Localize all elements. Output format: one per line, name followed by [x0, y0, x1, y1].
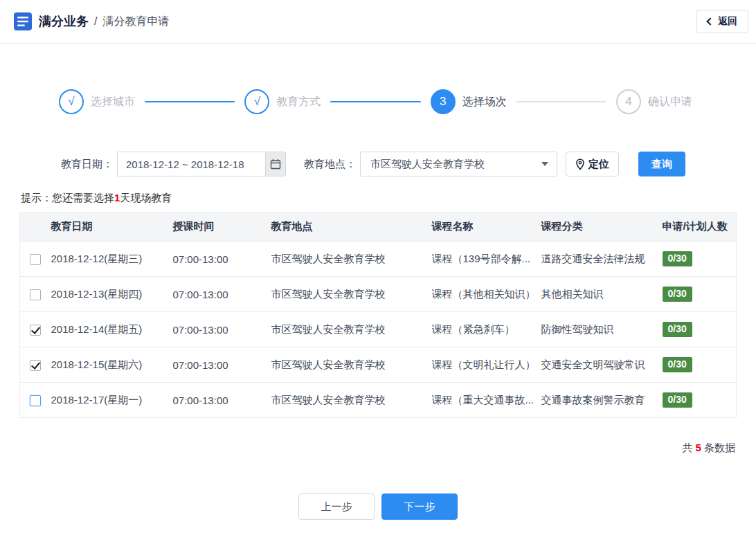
table-header-row: 教育日期 授课时间 教育地点 课程名称 课程分类 申请/计划人数 [20, 212, 737, 242]
cell-place: 市区驾驶人安全教育学校 [271, 242, 432, 277]
header-place: 教育地点 [271, 212, 432, 242]
cell-category: 防御性驾驶知识 [541, 312, 663, 347]
chevron-down-icon [541, 162, 548, 166]
location-select-value: 市区驾驶人安全教育学校 [370, 158, 485, 171]
total-count: 共 5 条数据 [0, 442, 735, 455]
total-number: 5 [695, 442, 701, 453]
step-2-marker: √ [244, 89, 269, 114]
cell-category: 交通事故案例警示教育 [541, 383, 663, 418]
row-checkbox[interactable] [30, 254, 41, 265]
cell-course: 课程（文明礼让行人） [432, 347, 541, 383]
cell-category: 交通安全文明驾驶常识 [541, 347, 663, 383]
cell-place: 市区驾驶人安全教育学校 [271, 277, 432, 312]
step-1-label: 选择城市 [91, 95, 135, 109]
step-confirm-application: 4 确认申请 [616, 89, 692, 114]
step-4-marker: 4 [616, 89, 641, 114]
step-1-marker: √ [59, 89, 84, 114]
locate-button-label: 定位 [588, 158, 609, 171]
date-range-input[interactable] [117, 152, 265, 176]
next-step-button[interactable]: 下一步 [381, 493, 458, 520]
step-connector-3 [516, 101, 606, 102]
cell-date: 2018-12-17(星期一) [51, 383, 173, 418]
cell-category: 道路交通安全法律法规 [541, 242, 663, 277]
filter-bar: 教育日期： 教育地点： 市区驾驶人安全教育学校 定位 查询 [61, 152, 756, 176]
cell-time: 07:00-13:00 [173, 242, 271, 277]
cell-place: 市区驾驶人安全教育学校 [271, 383, 432, 418]
back-button[interactable]: 返回 [696, 10, 748, 33]
breadcrumb: 满分业务 / 满分教育申请 [14, 12, 169, 30]
table-row: 2018-12-14(星期五) 07:00-13:00 市区驾驶人安全教育学校 … [20, 312, 737, 347]
header-course: 课程名称 [432, 212, 541, 242]
header-date: 教育日期 [51, 212, 173, 242]
cell-time: 07:00-13:00 [173, 347, 271, 383]
step-select-session: 3 选择场次 [431, 89, 507, 114]
cell-time: 07:00-13:00 [173, 277, 271, 312]
query-button[interactable]: 查询 [638, 152, 685, 176]
date-filter-label: 教育日期： [61, 158, 113, 171]
locate-button[interactable]: 定位 [566, 152, 619, 176]
step-2-label: 教育方式 [276, 95, 321, 109]
step-3-label: 选择场次 [462, 95, 507, 109]
app-title: 满分业务 [39, 13, 89, 30]
cell-date: 2018-12-15(星期六) [51, 347, 173, 383]
step-connector-2 [330, 101, 420, 102]
sessions-table: 教育日期 授课时间 教育地点 课程名称 课程分类 申请/计划人数 2018-12… [19, 212, 737, 418]
cell-date: 2018-12-14(星期五) [51, 312, 173, 347]
capacity-badge: 0/30 [663, 322, 692, 337]
header-checkbox-col [20, 212, 51, 242]
location-filter-label: 教育地点： [304, 158, 356, 171]
row-checkbox[interactable] [30, 360, 41, 371]
tip-prefix: 提示：您还需要选择 [21, 192, 114, 203]
cell-date: 2018-12-12(星期三) [51, 242, 173, 277]
tip-suffix: 天现场教育 [120, 192, 172, 203]
table-row: 2018-12-15(星期六) 07:00-13:00 市区驾驶人安全教育学校 … [20, 347, 737, 383]
capacity-badge: 0/30 [663, 357, 692, 372]
calendar-icon [270, 158, 281, 170]
capacity-badge: 0/30 [663, 287, 692, 302]
capacity-badge: 0/30 [663, 251, 692, 266]
cell-course: 课程（139号部令解... [432, 242, 541, 277]
table-row: 2018-12-12(星期三) 07:00-13:00 市区驾驶人安全教育学校 … [20, 242, 737, 277]
step-education-method: √ 教育方式 [244, 89, 321, 114]
table-row: 2018-12-13(星期四) 07:00-13:00 市区驾驶人安全教育学校 … [20, 277, 737, 312]
list-icon [14, 12, 32, 30]
step-connector-1 [145, 101, 235, 102]
cell-time: 07:00-13:00 [173, 383, 271, 418]
cell-place: 市区驾驶人安全教育学校 [271, 347, 432, 383]
wizard-actions: 上一步 下一步 [0, 493, 756, 520]
total-prefix: 共 [682, 442, 695, 453]
tip-text: 提示：您还需要选择1天现场教育 [21, 192, 756, 205]
page: 满分业务 / 满分教育申请 返回 √ 选择城市 √ 教育方式 3 选择场次 4 … [0, 0, 756, 535]
step-indicator: √ 选择城市 √ 教育方式 3 选择场次 4 确认申请 [59, 89, 692, 114]
cell-course: 课程（重大交通事故... [432, 383, 541, 418]
row-checkbox[interactable] [30, 289, 41, 300]
step-select-city: √ 选择城市 [59, 89, 135, 114]
page-title: 满分教育申请 [102, 15, 169, 29]
prev-step-button[interactable]: 上一步 [298, 493, 375, 520]
step-4-label: 确认申请 [648, 95, 692, 109]
breadcrumb-separator: / [94, 15, 97, 28]
cell-category: 其他相关知识 [541, 277, 663, 312]
row-checkbox[interactable] [30, 395, 41, 406]
header-capacity: 申请/计划人数 [663, 212, 737, 242]
capacity-badge: 0/30 [663, 392, 692, 408]
cell-course: 课程（紧急刹车） [432, 312, 541, 347]
table-row: 2018-12-17(星期一) 07:00-13:00 市区驾驶人安全教育学校 … [20, 383, 737, 418]
total-suffix: 条数据 [701, 442, 735, 453]
location-pin-icon [575, 158, 585, 170]
top-bar: 满分业务 / 满分教育申请 返回 [0, 0, 756, 44]
header-category: 课程分类 [541, 212, 663, 242]
date-range-field [117, 152, 286, 176]
chevron-left-icon [706, 17, 714, 25]
location-select[interactable]: 市区驾驶人安全教育学校 [360, 152, 557, 176]
row-checkbox[interactable] [30, 325, 41, 336]
cell-place: 市区驾驶人安全教育学校 [271, 312, 432, 347]
header-time: 授课时间 [173, 212, 271, 242]
cell-course: 课程（其他相关知识） [432, 277, 541, 312]
cell-date: 2018-12-13(星期四) [51, 277, 173, 312]
back-button-label: 返回 [718, 15, 737, 28]
cell-time: 07:00-13:00 [173, 312, 271, 347]
step-3-marker: 3 [431, 89, 456, 114]
calendar-button[interactable] [265, 152, 286, 176]
